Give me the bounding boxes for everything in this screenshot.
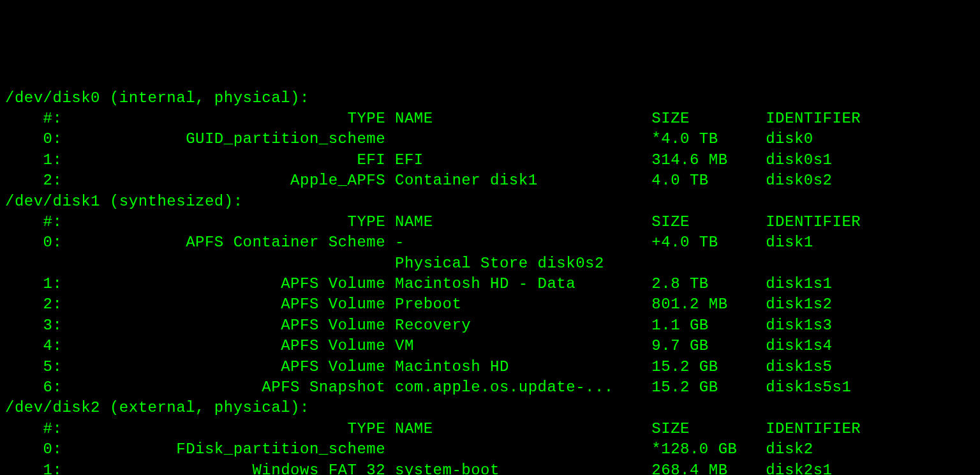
partition-row: 2: APFS Volume Preboot 801.2 MB disk1s2 <box>5 294 975 315</box>
disk-header: /dev/disk2 (external, physical): <box>5 398 975 418</box>
partition-row: 1: EFI EFI 314.6 MB disk0s1 <box>5 150 975 170</box>
terminal-output: /dev/disk0 (internal, physical): #: TYPE… <box>5 88 975 475</box>
partition-row: 1: Windows_FAT_32 system-boot 268.4 MB d… <box>5 460 975 475</box>
partition-row: 2: Apple_APFS Container disk1 4.0 TB dis… <box>5 170 975 191</box>
partition-row: 1: APFS Volume Macintosh HD - Data 2.8 T… <box>5 274 975 294</box>
partition-row: 0: APFS Container Scheme - +4.0 TB disk1 <box>5 232 975 253</box>
partition-row: 5: APFS Volume Macintosh HD 15.2 GB disk… <box>5 357 975 377</box>
column-header: #: TYPE NAME SIZE IDENTIFIER <box>5 109 975 129</box>
partition-row: 0: FDisk_partition_scheme *128.0 GB disk… <box>5 439 975 460</box>
partition-row: 0: GUID_partition_scheme *4.0 TB disk0 <box>5 129 975 149</box>
partition-row: 6: APFS Snapshot com.apple.os.update-...… <box>5 377 975 398</box>
partition-row: 3: APFS Volume Recovery 1.1 GB disk1s3 <box>5 315 975 336</box>
partition-row: 4: APFS Volume VM 9.7 GB disk1s4 <box>5 336 975 356</box>
column-header: #: TYPE NAME SIZE IDENTIFIER <box>5 419 975 439</box>
output-line: Physical Store disk0s2 <box>5 253 975 274</box>
disk-header: /dev/disk0 (internal, physical): <box>5 88 975 109</box>
column-header: #: TYPE NAME SIZE IDENTIFIER <box>5 212 975 232</box>
disk-header: /dev/disk1 (synthesized): <box>5 192 975 212</box>
